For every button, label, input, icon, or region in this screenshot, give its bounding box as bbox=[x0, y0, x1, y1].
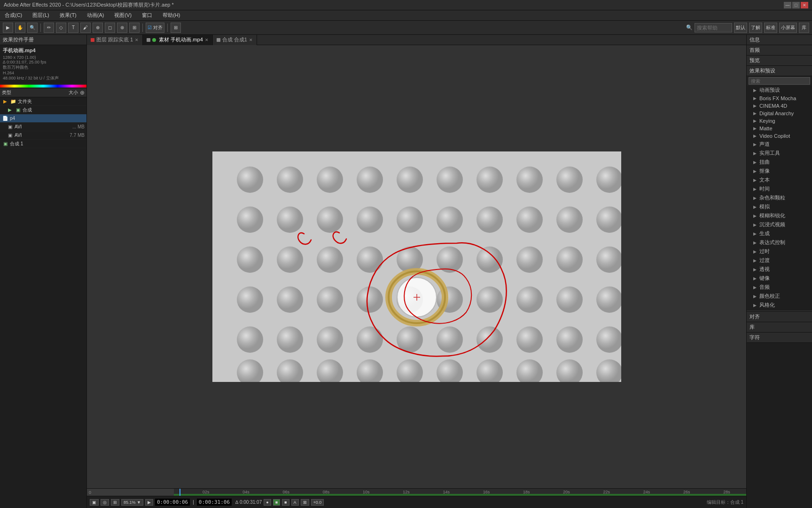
tree-row-avi1[interactable]: ▣ AVI ... MB bbox=[0, 123, 86, 131]
align-label: 对齐 bbox=[153, 24, 163, 31]
standard-workspace[interactable]: 标准 bbox=[764, 23, 777, 33]
library-workspace[interactable]: 库 bbox=[799, 23, 809, 33]
effect-simulate[interactable]: ▶模拟 bbox=[747, 202, 812, 211]
right-header-effects: 效果和预设 bbox=[747, 66, 812, 76]
menu-help[interactable]: 帮助(H) bbox=[161, 11, 182, 20]
effect-anim-preset[interactable]: ▶动画预设 bbox=[747, 86, 812, 95]
green-progress bbox=[174, 494, 746, 496]
effect-keyer[interactable]: ▶抠像 bbox=[747, 167, 812, 175]
search-input[interactable] bbox=[695, 23, 732, 32]
effects-search-input[interactable] bbox=[749, 77, 810, 85]
effect-cinema4d[interactable]: ▶CINEMA 4D bbox=[747, 102, 812, 110]
folder-icon2: 📁 bbox=[10, 98, 16, 105]
effect-matte[interactable]: ▶Matte bbox=[747, 125, 812, 132]
playhead[interactable] bbox=[180, 489, 180, 496]
menu-animate[interactable]: 动画(A) bbox=[85, 11, 106, 20]
tool-roto[interactable]: ⊛ bbox=[117, 23, 127, 33]
viewer-icon-btn1[interactable]: ▣ bbox=[90, 499, 99, 506]
tool-text[interactable]: T bbox=[68, 23, 78, 33]
expand-icon[interactable]: ⊕ bbox=[80, 89, 85, 96]
svg-point-49 bbox=[556, 326, 583, 353]
tab-footage[interactable]: 素材 手机动画.mp4 ✕ bbox=[143, 35, 213, 45]
tab-icon-footage bbox=[147, 38, 150, 42]
alpha-btn[interactable]: A bbox=[291, 499, 299, 506]
menu-effect[interactable]: 效果(T) bbox=[58, 11, 78, 20]
tool-paint[interactable]: 🖌 bbox=[80, 23, 91, 33]
minimize-button[interactable]: — bbox=[784, 2, 791, 8]
camera-btn[interactable]: ⊞ bbox=[171, 23, 181, 33]
comp1-icon: ▣ bbox=[2, 141, 8, 147]
main-layout: 效果控件手册 手机动画.mp4 1280 x 720 (1.00) ∆ 0:00… bbox=[0, 35, 812, 508]
svg-point-19 bbox=[556, 206, 583, 233]
tool-pen[interactable]: ✏ bbox=[44, 23, 54, 33]
tab-close-comp[interactable]: ✕ bbox=[249, 38, 253, 42]
tree-row-comp[interactable]: ▶ ▣ 合成 bbox=[0, 106, 86, 114]
maximize-button[interactable]: □ bbox=[792, 2, 800, 8]
tool-clone[interactable]: ⊕ bbox=[93, 23, 103, 33]
record-btn[interactable]: ● bbox=[264, 499, 271, 506]
effect-utility[interactable]: ▶实用工具 bbox=[747, 149, 812, 158]
effect-channel[interactable]: ▶声道 bbox=[747, 140, 812, 149]
svg-point-37 bbox=[476, 286, 503, 313]
effect-color[interactable]: ▶颜色校正 bbox=[747, 292, 812, 301]
color-btn1[interactable]: ■ bbox=[273, 499, 280, 506]
offset-btn[interactable]: +0.0 bbox=[311, 499, 324, 506]
effects-search bbox=[747, 76, 812, 86]
default-workspace[interactable]: 默认 bbox=[734, 23, 747, 33]
effect-noise[interactable]: ▶杂色和颗粒 bbox=[747, 193, 812, 202]
right-divider bbox=[747, 310, 812, 311]
tool-shape[interactable]: ◇ bbox=[56, 23, 66, 33]
align-checkbox[interactable]: ☑ 对齐 bbox=[146, 23, 164, 33]
learn-workspace[interactable]: 了解 bbox=[749, 23, 762, 33]
menu-view[interactable]: 视图(V) bbox=[112, 11, 133, 20]
effect-distort[interactable]: ▶扭曲 bbox=[747, 158, 812, 167]
svg-point-21 bbox=[237, 246, 263, 273]
menu-window[interactable]: 窗口 bbox=[140, 11, 154, 20]
close-button[interactable]: ✕ bbox=[801, 2, 808, 8]
tool-zoom[interactable]: 🔍 bbox=[27, 23, 38, 33]
tool-eraser[interactable]: ◻ bbox=[105, 23, 115, 33]
small-workspace[interactable]: 小屏幕 bbox=[779, 23, 797, 33]
tool-puppet[interactable]: ⊞ bbox=[129, 23, 140, 33]
zoom-select[interactable]: 85.1% ▼ bbox=[121, 499, 143, 506]
tab-comp[interactable]: 合成 合成1 ✕ bbox=[213, 35, 257, 45]
effect-expression[interactable]: ▶表达式控制 bbox=[747, 238, 812, 247]
effect-keying[interactable]: ▶Keying bbox=[747, 117, 812, 125]
tab-layer[interactable]: 图层 跟踪实底 1 ✕ bbox=[87, 35, 143, 45]
effect-audio[interactable]: ▶音频 bbox=[747, 283, 812, 292]
effect-keyer2[interactable]: ▶键像 bbox=[747, 274, 812, 283]
tab-label-footage: 素材 手机动画.mp4 bbox=[159, 36, 203, 43]
playback-btn[interactable]: ▶ bbox=[145, 499, 153, 506]
effect-transition[interactable]: ▶过渡 bbox=[747, 256, 812, 265]
current-time[interactable]: 0:00:00:06 bbox=[155, 499, 190, 506]
effect-generate[interactable]: ▶生成 bbox=[747, 229, 812, 238]
menu-compose[interactable]: 合成(C) bbox=[3, 11, 24, 20]
effect-perspective[interactable]: ▶透视 bbox=[747, 265, 812, 274]
tree-row-comp1[interactable]: ▣ 合成 1 bbox=[0, 140, 86, 148]
viewer-icon-btn2[interactable]: ◎ bbox=[101, 499, 109, 506]
effect-blur[interactable]: ▶模糊和锐化 bbox=[747, 211, 812, 220]
tab-close-layer[interactable]: ✕ bbox=[135, 38, 139, 42]
effect-stylize[interactable]: ▶风格化 bbox=[747, 301, 812, 310]
color-btn2[interactable]: ■ bbox=[282, 499, 289, 506]
menu-layer[interactable]: 图层(L) bbox=[31, 11, 51, 20]
effect-video-copilot[interactable]: ▶Video Copilot bbox=[747, 132, 812, 140]
time-track[interactable]: 02s 04s 06s 08s 10s 12s 14s 16s 18s 20s … bbox=[174, 489, 746, 496]
tab-close-footage[interactable]: ✕ bbox=[205, 38, 209, 42]
tool-select[interactable]: ▶ bbox=[3, 23, 13, 33]
tree-row-avi2[interactable]: ▣ AVI 7.7 MB bbox=[0, 131, 86, 140]
tool-hand[interactable]: ✋ bbox=[15, 23, 25, 33]
render-btn[interactable]: ⊠ bbox=[301, 499, 309, 506]
tree-row-folder[interactable]: ▶ 📁 文件夹 bbox=[0, 97, 86, 106]
effect-digital-anarchy[interactable]: ▶Digital Anarchy bbox=[747, 110, 812, 117]
avi2-size: 7.7 MB bbox=[66, 133, 85, 138]
viewer-icon-btn3[interactable]: ⊞ bbox=[111, 499, 119, 506]
effect-text[interactable]: ▶文本 bbox=[747, 175, 812, 184]
tree-row-p4[interactable]: 📄 p4 bbox=[0, 114, 86, 123]
effect-immersive[interactable]: ▶沉浸式视频 bbox=[747, 220, 812, 229]
effect-time[interactable]: ▶时间 bbox=[747, 184, 812, 193]
search-box: 🔍 默认 了解 标准 小屏幕 库 bbox=[686, 23, 809, 33]
effect-boris-mocha[interactable]: ▶Boris FX Mocha bbox=[747, 95, 812, 102]
svg-point-5 bbox=[397, 167, 423, 193]
effect-obsolete[interactable]: ▶过时 bbox=[747, 247, 812, 256]
